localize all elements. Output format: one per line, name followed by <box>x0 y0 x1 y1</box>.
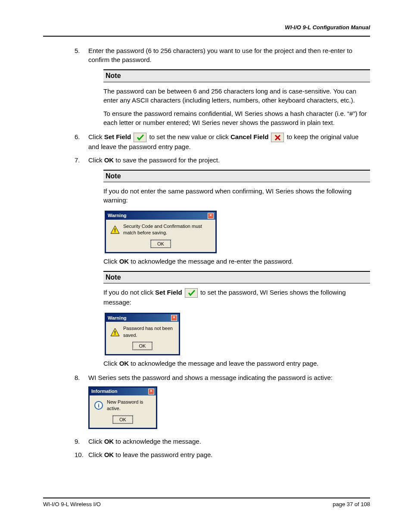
warning-dialog-1: Warning × ! Security Code and Confirmati… <box>105 211 217 253</box>
note-2-ack: Click OK to acknowledge the message and … <box>103 257 370 266</box>
note-1-title: Note <box>103 69 370 82</box>
dialog-message: New Password is active. <box>107 399 152 412</box>
info-icon: i <box>94 401 103 410</box>
note-1: Note The password can be between 6 and 2… <box>103 69 370 127</box>
ok-button[interactable]: OK <box>133 342 153 350</box>
header-title: WI-I/O 9-L Configuration Manual <box>285 24 370 31</box>
note-3-body: If you do not click Set Field to set the… <box>103 283 370 368</box>
checkmark-icon <box>134 133 146 142</box>
note-2-body: If you do not enter the same password wh… <box>103 182 370 266</box>
dialog-title: Warning <box>108 315 127 321</box>
dialog-titlebar: Warning × <box>106 212 215 220</box>
step-9: Click OK to acknowledge the message. <box>88 437 370 446</box>
footer-left: WI-I/O 9-L Wireless I/O <box>43 501 101 508</box>
step-6-text-a: Click <box>88 133 104 140</box>
ok-button[interactable]: OK <box>151 240 171 248</box>
close-icon[interactable]: × <box>171 315 177 321</box>
warning-dialog-2: Warning × ! Password has not been saved.… <box>105 313 180 355</box>
step-7-ok: OK <box>104 156 114 164</box>
step-8-text: WI Series sets the password and shows a … <box>88 374 333 381</box>
svg-text:!: ! <box>114 227 116 233</box>
step-7: Click OK to save the password for the pr… <box>88 156 370 368</box>
page-footer: WI-I/O 9-L Wireless I/O page 37 of 108 <box>43 501 370 508</box>
footer-right: page 37 of 108 <box>333 501 370 508</box>
step-6-text-b: to set the new value or click <box>147 133 230 140</box>
note-1-p1: The password can be between 6 and 256 ch… <box>103 87 370 105</box>
step-6: Click Set Field to set the new value or … <box>88 132 370 151</box>
dialog-titlebar: Information × <box>90 388 156 395</box>
svg-text:!: ! <box>114 330 116 336</box>
step-8: WI Series sets the password and shows a … <box>88 373 370 432</box>
x-icon <box>271 133 284 142</box>
dialog-message-row: i New Password is active. <box>94 399 152 412</box>
dialog-title: Warning <box>108 212 127 219</box>
close-icon[interactable]: × <box>208 213 214 219</box>
note-2-intro: If you do not enter the same password wh… <box>103 187 370 205</box>
note-3-ack: Click OK to acknowledge the message and … <box>103 359 370 368</box>
note-2-title: Note <box>103 170 370 182</box>
step-6-setfield: Set Field <box>104 133 131 140</box>
close-icon[interactable]: × <box>148 389 154 395</box>
step-5-text: Enter the password (6 to 256 characters)… <box>88 47 352 63</box>
note-3-intro: If you do not click Set Field to set the… <box>103 288 370 307</box>
document-page: WI-I/O 9-L Configuration Manual Enter th… <box>0 0 411 532</box>
step-6-cancelfield: Cancel Field <box>230 133 268 140</box>
step-7-text-a: Click <box>88 156 104 164</box>
dialog-title: Information <box>91 388 118 395</box>
step-5: Enter the password (6 to 256 characters)… <box>88 46 370 127</box>
dialog-body: ! Security Code and Confirmation must ma… <box>106 220 215 252</box>
warning-icon: ! <box>110 327 120 337</box>
page-header: WI-I/O 9-L Configuration Manual <box>43 24 370 37</box>
footer-rule <box>43 498 370 498</box>
step-7-text-b: to save the password for the project. <box>114 156 220 164</box>
dialog-message-row: ! Security Code and Confirmation must ma… <box>110 223 211 236</box>
information-dialog: Information × i New Password is active. … <box>88 386 157 429</box>
step-10: Click OK to leave the password entry pag… <box>88 450 370 459</box>
dialog-message: Security Code and Confirmation must matc… <box>123 223 211 236</box>
steps-list: Enter the password (6 to 256 characters)… <box>43 46 370 459</box>
dialog-body: ! Password has not been saved. OK <box>106 322 179 354</box>
dialog-body: i New Password is active. OK <box>90 395 156 428</box>
note-1-p2: To ensure the password remains confident… <box>103 109 370 127</box>
dialog-titlebar: Warning × <box>106 314 179 322</box>
dialog-message: Password has not been saved. <box>123 325 174 339</box>
ok-button[interactable]: OK <box>113 416 133 423</box>
checkmark-icon <box>185 288 198 298</box>
note-1-body: The password can be between 6 and 256 ch… <box>103 82 370 127</box>
warning-icon: ! <box>110 225 120 234</box>
note-3: Note If you do not click Set Field to se… <box>103 271 370 368</box>
svg-text:i: i <box>98 402 100 409</box>
note-2: Note If you do not enter the same passwo… <box>103 170 370 266</box>
note-3-title: Note <box>103 271 370 283</box>
dialog-message-row: ! Password has not been saved. <box>110 325 174 339</box>
